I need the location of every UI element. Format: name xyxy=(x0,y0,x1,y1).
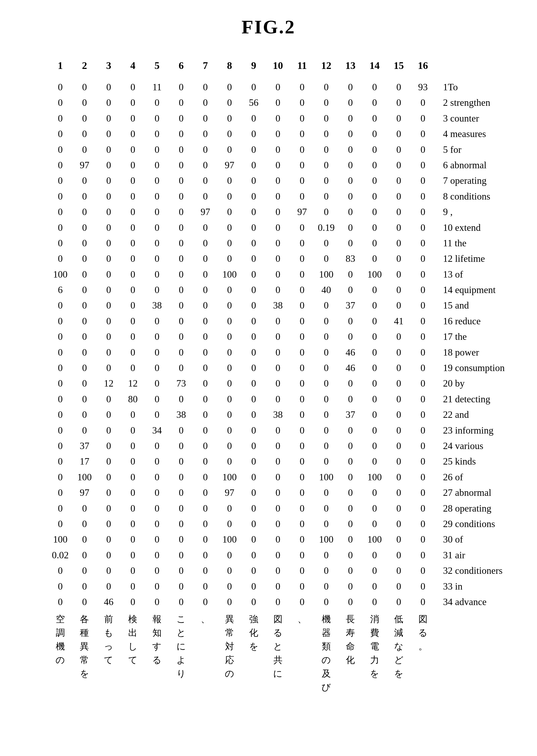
cell-r28-c6: 0 xyxy=(169,501,193,516)
cell-r13-c5: 0 xyxy=(145,267,169,282)
cell-r29-c8: 0 xyxy=(217,516,242,531)
cell-r21-c6: 0 xyxy=(169,391,193,407)
cell-r33-c3: 0 xyxy=(97,579,121,594)
cell-r23-c4: 0 xyxy=(121,423,145,438)
cell-r3-c1: 0 xyxy=(48,110,73,126)
cell-r15-c5: 38 xyxy=(145,298,169,313)
cell-r15-c16: 0 xyxy=(411,298,435,313)
cell-r3-c15: 0 xyxy=(387,110,411,126)
cell-r8-c16: 0 xyxy=(411,189,435,204)
cell-r5-c9: 0 xyxy=(242,142,266,157)
cell-r2-c10: 0 xyxy=(266,95,290,110)
cell-r6-c11: 0 xyxy=(290,157,314,173)
cell-r7-c10: 0 xyxy=(266,173,290,188)
empty-cell xyxy=(21,314,48,329)
cell-r22-c1: 0 xyxy=(48,407,73,422)
cell-r15-c3: 0 xyxy=(97,298,121,313)
cell-r1-c10: 0 xyxy=(266,79,290,95)
row-label: 6 abnormal xyxy=(435,157,516,173)
cell-r34-c1: 0 xyxy=(48,594,73,609)
cell-r13-c2: 0 xyxy=(72,267,97,282)
cell-r22-c15: 0 xyxy=(387,407,411,422)
cell-r9-c8: 0 xyxy=(217,204,242,220)
cell-r13-c12: 100 xyxy=(314,267,338,282)
cell-r20-c4: 12 xyxy=(121,376,145,391)
cell-r21-c10: 0 xyxy=(266,391,290,407)
empty-cell xyxy=(21,609,48,696)
cell-r5-c3: 0 xyxy=(97,142,121,157)
cell-r12-c16: 0 xyxy=(411,251,435,266)
table-container: 1 2 3 4 5 6 7 8 9 10 11 12 13 14 15 16 0… xyxy=(0,54,537,696)
cell-r29-c5: 0 xyxy=(145,516,169,531)
cell-r11-c4: 0 xyxy=(121,235,145,251)
cell-r24-c7: 0 xyxy=(193,438,218,454)
cell-r18-c10: 0 xyxy=(266,345,290,360)
cell-r9-c13: 0 xyxy=(338,204,363,220)
col-header-7: 7 xyxy=(193,54,218,79)
cell-r10-c5: 0 xyxy=(145,220,169,235)
jp-cell-c10: 図 る と 共 に xyxy=(266,609,290,696)
cell-r4-c10: 0 xyxy=(266,126,290,142)
cell-r16-c9: 0 xyxy=(242,314,266,329)
cell-r7-c12: 0 xyxy=(314,173,338,188)
jp-cell-c8: 異 常 対 応 の xyxy=(217,609,242,696)
table-row: 000000000000000033 in xyxy=(21,579,516,594)
cell-r7-c9: 0 xyxy=(242,173,266,188)
cell-r26-c7: 0 xyxy=(193,469,218,485)
cell-r14-c8: 0 xyxy=(217,282,242,298)
cell-r8-c5: 0 xyxy=(145,189,169,204)
cell-r32-c10: 0 xyxy=(266,563,290,578)
cell-r5-c4: 0 xyxy=(121,142,145,157)
row-label: 24 various xyxy=(435,438,516,454)
cell-r31-c14: 0 xyxy=(363,547,387,563)
cell-r28-c8: 0 xyxy=(217,501,242,516)
table-row: 00000000000000007 operating xyxy=(21,173,516,188)
cell-r16-c4: 0 xyxy=(121,314,145,329)
row-label: 9 , xyxy=(435,204,516,220)
cell-r30-c7: 0 xyxy=(193,531,218,547)
cell-r25-c3: 0 xyxy=(97,454,121,469)
cell-r1-c4: 0 xyxy=(121,79,145,95)
cell-r13-c4: 0 xyxy=(121,267,145,282)
cell-r26-c5: 0 xyxy=(145,469,169,485)
cell-r10-c8: 0 xyxy=(217,220,242,235)
cell-r16-c16: 0 xyxy=(411,314,435,329)
cell-r25-c1: 0 xyxy=(48,454,73,469)
cell-r33-c12: 0 xyxy=(314,579,338,594)
cell-r21-c15: 0 xyxy=(387,391,411,407)
cell-r6-c14: 0 xyxy=(363,157,387,173)
cell-r17-c5: 0 xyxy=(145,329,169,344)
cell-r3-c16: 0 xyxy=(411,110,435,126)
cell-r34-c7: 0 xyxy=(193,594,218,609)
cell-r23-c7: 0 xyxy=(193,423,218,438)
cell-r24-c9: 0 xyxy=(242,438,266,454)
row-label: 21 detecting xyxy=(435,391,516,407)
cell-r15-c15: 0 xyxy=(387,298,411,313)
cell-r8-c8: 0 xyxy=(217,189,242,204)
cell-r8-c12: 0 xyxy=(314,189,338,204)
cell-r15-c6: 0 xyxy=(169,298,193,313)
cell-r30-c9: 0 xyxy=(242,531,266,547)
col-header-9: 9 xyxy=(242,54,266,79)
cell-r23-c9: 0 xyxy=(242,423,266,438)
cell-r4-c15: 0 xyxy=(387,126,411,142)
cell-r6-c9: 0 xyxy=(242,157,266,173)
cell-r32-c7: 0 xyxy=(193,563,218,578)
cell-r31-c1: 0.02 xyxy=(48,547,73,563)
cell-r25-c9: 0 xyxy=(242,454,266,469)
col-header-14: 14 xyxy=(363,54,387,79)
cell-r9-c5: 0 xyxy=(145,204,169,220)
row-label: 34 advance xyxy=(435,594,516,609)
table-row: 0000340000000000023 informing xyxy=(21,423,516,438)
cell-r3-c2: 0 xyxy=(72,110,97,126)
cell-r9-c15: 0 xyxy=(387,204,411,220)
cell-r14-c1: 6 xyxy=(48,282,73,298)
cell-r9-c2: 0 xyxy=(72,204,97,220)
cell-r26-c9: 0 xyxy=(242,469,266,485)
cell-r25-c2: 17 xyxy=(72,454,97,469)
cell-r10-c9: 0 xyxy=(242,220,266,235)
cell-r32-c15: 0 xyxy=(387,563,411,578)
cell-r31-c16: 0 xyxy=(411,547,435,563)
cell-r8-c6: 0 xyxy=(169,189,193,204)
row-label: 13 of xyxy=(435,267,516,282)
